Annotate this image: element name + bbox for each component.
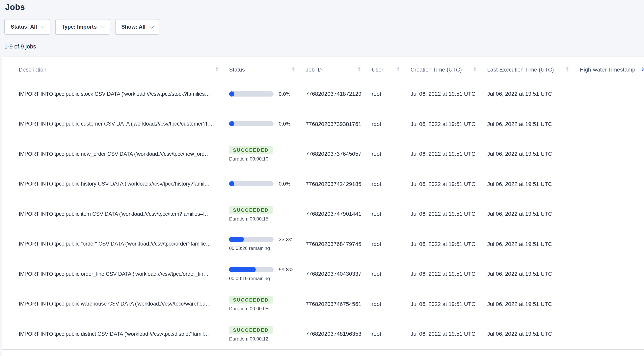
last-execution-time: Jul 06, 2022 at 19:51 UTC [487,271,580,277]
last-execution-time: Jul 06, 2022 at 19:51 UTC [487,151,580,157]
job-status-cell: 33.3% 00:00:26 remaining [229,237,306,251]
sort-arrow-up-icon [642,67,644,69]
sort-arrows [216,67,218,72]
status-filter-dropdown[interactable]: Status: All [4,19,50,35]
jobs-page: Jobs Status: All Type: Imports Show: All… [0,0,644,356]
last-execution-time: Jul 06, 2022 at 19:51 UTC [487,331,580,337]
table-row[interactable]: IMPORT INTO tpcc.public.history CSV DATA… [2,169,644,199]
progress-percent: 0.0% [279,91,290,97]
progress-percent: 0.0% [279,181,290,187]
job-id: 776820203747901441 [306,211,372,217]
sort-arrow-up-icon [566,67,568,69]
sort-arrow-up-icon [292,67,294,69]
table-row[interactable]: IMPORT INTO tpcc.public.stock CSV DATA (… [2,79,644,109]
last-execution-time: Jul 06, 2022 at 19:51 UTC [487,301,580,307]
job-duration: Duration: 00:00:15 [229,216,306,222]
job-id: 776820203740430337 [306,271,372,277]
last-execution-time: Jul 06, 2022 at 19:51 UTC [487,211,580,217]
progress-bar [229,181,274,187]
column-header[interactable]: Description [19,66,229,79]
creation-time: Jul 06, 2022 at 19:51 UTC [410,151,487,157]
sort-arrows [474,67,476,72]
job-status-cell: 0.0% [229,91,306,97]
job-user: root [372,181,410,187]
progress-percent: 0.0% [279,121,290,127]
job-description[interactable]: IMPORT INTO tpcc.public."order" CSV DATA… [19,241,229,247]
progress-bar [229,267,274,272]
job-description[interactable]: IMPORT INTO tpcc.public.item CSV DATA ('… [19,211,229,217]
sort-arrow-up-icon [216,67,218,69]
progress-bar [229,237,274,242]
job-user: root [372,121,410,127]
job-id: 776820203742429185 [306,181,372,187]
column-header[interactable]: Last Execution Time (UTC) [487,66,580,79]
column-header[interactable]: High-water Timestamp [580,66,644,79]
time-remaining: 00:00:26 remaining [229,246,306,251]
job-description[interactable]: IMPORT INTO tpcc.public.stock CSV DATA (… [19,91,229,97]
job-user: root [372,151,410,157]
job-id: 776820203748196353 [306,331,372,337]
table-row[interactable]: IMPORT INTO tpcc.public.order_line CSV D… [2,259,644,289]
table-row[interactable]: IMPORT INTO tpcc.public.new_order CSV DA… [2,139,644,169]
job-user: root [372,241,410,247]
last-execution-time: Jul 06, 2022 at 19:51 UTC [487,91,580,97]
table-header: Description Status Job ID User Creation … [2,57,644,79]
job-status-cell: SUCCEEDED Duration: 00:00:15 [229,206,306,222]
creation-time: Jul 06, 2022 at 19:51 UTC [410,121,487,127]
show-filter-label: Show: All [121,24,146,30]
sort-arrow-down-icon [292,70,294,72]
page-title: Jobs [0,0,644,12]
job-duration: Duration: 00:00:10 [229,156,306,162]
sort-arrow-down-icon [474,70,476,72]
column-header[interactable]: Creation Time (UTC) [410,66,487,79]
job-description[interactable]: IMPORT INTO tpcc.public.order_line CSV D… [19,271,229,277]
sort-arrows [292,67,294,72]
sort-arrow-up-icon [397,67,400,69]
show-filter-dropdown[interactable]: Show: All [115,19,159,35]
table-body: IMPORT INTO tpcc.public.stock CSV DATA (… [2,79,644,349]
status-badge: SUCCEEDED [229,296,273,304]
job-duration: Duration: 00:00:05 [229,306,306,312]
column-header-label: Last Execution Time (UTC) [487,66,554,75]
column-header[interactable]: User [372,66,410,79]
job-duration: Duration: 00:00:12 [229,336,306,342]
sort-arrow-down-icon [566,70,568,72]
job-description[interactable]: IMPORT INTO tpcc.public.warehouse CSV DA… [19,301,229,307]
job-description[interactable]: IMPORT INTO tpcc.public.customer CSV DAT… [19,121,229,127]
status-filter-label: Status: All [11,24,37,30]
job-user: root [372,331,410,337]
sort-arrow-down-icon [642,70,644,72]
column-header-label: User [372,66,383,75]
progress-bar [229,91,274,97]
sort-arrow-down-icon [358,70,360,72]
job-id: 776820203737645057 [306,151,372,157]
creation-time: Jul 06, 2022 at 19:51 UTC [410,211,487,217]
job-id: 776820203741872129 [306,91,372,97]
table-row[interactable]: IMPORT INTO tpcc.public.district CSV DAT… [2,319,644,349]
column-header[interactable]: Status [229,66,306,79]
sort-arrow-up-icon [474,67,476,69]
job-description[interactable]: IMPORT INTO tpcc.public.new_order CSV DA… [19,151,229,157]
table-row[interactable]: IMPORT INTO tpcc.public."order" CSV DATA… [2,229,644,259]
status-badge: SUCCEEDED [229,326,273,334]
job-description[interactable]: IMPORT INTO tpcc.public.history CSV DATA… [19,181,229,187]
table-row[interactable]: IMPORT INTO tpcc.public.warehouse CSV DA… [2,289,644,319]
column-header-label: Job ID [306,66,322,75]
job-user: root [372,271,410,277]
sort-arrow-up-icon [358,67,360,69]
table-row[interactable]: IMPORT INTO tpcc.public.customer CSV DAT… [2,109,644,139]
last-execution-time: Jul 06, 2022 at 19:51 UTC [487,121,580,127]
status-badge: SUCCEEDED [229,146,273,154]
job-id: 776820203739381761 [306,121,372,127]
job-status-cell: 0.0% [229,181,306,187]
table-row[interactable]: IMPORT INTO tpcc.public.item CSV DATA ('… [2,199,644,229]
column-header[interactable]: Job ID [306,66,372,79]
job-user: root [372,91,410,97]
column-header-label: Creation Time (UTC) [410,66,462,75]
chevron-down-icon [150,24,154,29]
jobs-count: 1-9 of 9 jobs [4,43,36,50]
job-description[interactable]: IMPORT INTO tpcc.public.district CSV DAT… [19,331,229,337]
progress-fill [229,121,234,127]
sort-arrow-down-icon [397,70,400,72]
type-filter-dropdown[interactable]: Type: Imports [56,19,110,35]
